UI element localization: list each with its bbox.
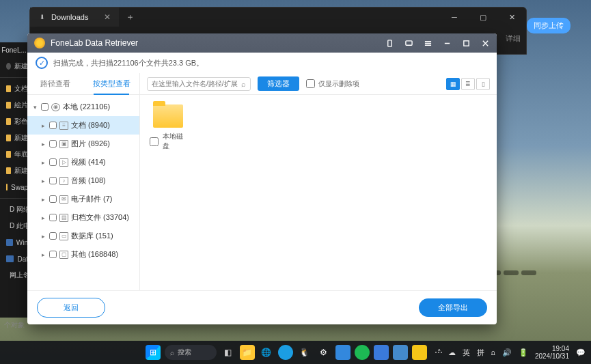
tree-checkbox[interactable] [49, 251, 57, 258]
svg-rect-2 [463, 40, 468, 45]
caret-right-icon[interactable]: ▸ [40, 233, 46, 240]
tree-checkbox[interactable] [49, 158, 57, 166]
edge-icon[interactable] [278, 345, 293, 360]
chrome-icon[interactable]: 🌐 [259, 345, 274, 360]
tree-checkbox[interactable] [49, 140, 57, 148]
archive-icon: ▤ [59, 214, 68, 222]
phone-icon[interactable] [381, 36, 398, 51]
tree-item-archive[interactable]: ▸ ▤ 归档文件 (33704) [27, 208, 139, 227]
tree-checkbox[interactable] [49, 214, 57, 221]
filter-button[interactable]: 筛选器 [258, 76, 299, 91]
explorer-tab[interactable]: ⬇ Downloads ✕ [30, 8, 119, 27]
side-item[interactable]: 年底 [0, 146, 28, 163]
view-list-button[interactable]: ≣ [461, 78, 475, 90]
explorer-icon[interactable]: 📁 [240, 345, 255, 360]
start-button[interactable]: ⊞ [146, 345, 161, 360]
caret-right-icon[interactable]: ▸ [40, 196, 46, 203]
taskbar-search[interactable]: ⌕搜索 [165, 345, 217, 360]
maximize-button[interactable] [457, 36, 475, 51]
caret-right-icon[interactable]: ▸ [40, 178, 46, 184]
side-item[interactable]: 新建 [0, 163, 28, 179]
folder-item[interactable]: 本地磁盘 [150, 104, 187, 151]
minimize-button[interactable]: ─ [440, 8, 469, 27]
close-tab-icon[interactable]: ✕ [104, 12, 111, 22]
system-tray[interactable]: ˄ ☁ 英 拼 ⩍ 🔊 🔋 19:04 2024/10/31 💬 [437, 345, 586, 360]
side-item[interactable]: D 网络 [0, 201, 28, 218]
qq-icon[interactable]: 🐧 [297, 345, 312, 360]
side-item[interactable]: 絵片 [0, 97, 28, 113]
tree-checkbox[interactable] [49, 195, 57, 203]
side-item[interactable]: 网上邻居 [0, 267, 28, 283]
tray-chevron-icon[interactable]: ˄ [437, 348, 441, 357]
app-icon[interactable] [335, 345, 351, 360]
taskbar-clock[interactable]: 19:04 2024/10/31 [535, 345, 569, 360]
tree-item-email[interactable]: ▸ ✉ 电子邮件 (7) [27, 190, 139, 208]
app-titlebar[interactable]: FoneLab Data Retriever [27, 33, 497, 53]
battery-icon[interactable]: 🔋 [519, 348, 528, 357]
audio-icon: ♪ [59, 177, 68, 185]
tree-item-documents[interactable]: ▸ ≡ 文档 (8940) [27, 116, 139, 135]
caret-right-icon[interactable]: ▸ [40, 122, 46, 129]
export-all-button[interactable]: 全部导出 [419, 298, 487, 317]
notifications-icon[interactable]: 💬 [576, 348, 586, 357]
tab-type-view[interactable]: 按类型查看 [83, 73, 139, 94]
back-button[interactable]: 返回 [37, 298, 105, 318]
task-view-icon[interactable]: ◧ [221, 345, 236, 360]
close-button[interactable] [476, 36, 494, 51]
app-icon-2[interactable] [374, 345, 389, 360]
side-item[interactable]: D 此电脑 [0, 218, 28, 234]
tree-item-images[interactable]: ▸ ▣ 图片 (8926) [27, 135, 139, 153]
caret-down-icon[interactable]: ▾ [31, 104, 38, 111]
tree-item-database[interactable]: ▸ ▭ 数据库 (151) [27, 227, 139, 245]
language-indicator[interactable]: 英 [463, 348, 470, 358]
tree-item-other[interactable]: ▸ ▢ 其他 (168848) [27, 245, 139, 264]
search-input[interactable]: ⌕ [147, 77, 251, 91]
only-deleted-checkbox[interactable] [306, 79, 315, 88]
volume-icon[interactable]: 🔊 [502, 348, 512, 357]
view-details-button[interactable]: ▯ [476, 78, 490, 90]
tree-checkbox[interactable] [49, 177, 57, 184]
spotify-icon[interactable] [355, 345, 370, 360]
side-item[interactable]: 彩色 [0, 113, 28, 130]
feedback-icon[interactable] [400, 36, 417, 51]
tree-item-audio[interactable]: ▸ ♪ 音频 (108) [27, 171, 139, 190]
view-grid-button[interactable]: ▦ [446, 78, 460, 90]
details-icon[interactable]: 详细 [506, 33, 521, 44]
side-item[interactable]: 新建 [0, 130, 28, 146]
check-icon: ✓ [36, 57, 48, 69]
minimize-button[interactable] [438, 36, 456, 51]
side-item[interactable]: Win [0, 234, 28, 251]
content-area: 本地磁盘 [140, 95, 497, 290]
search-icon: ⌕ [170, 349, 174, 356]
settings-icon[interactable]: ⚙ [316, 345, 331, 360]
caret-right-icon[interactable]: ▸ [40, 159, 46, 166]
tree-checkbox[interactable] [49, 232, 57, 240]
side-item[interactable]: Dat [0, 251, 28, 267]
tab-path-view[interactable]: 路径查看 [27, 73, 83, 94]
upload-status-badge[interactable]: 同步上传 [527, 18, 571, 33]
tree-checkbox[interactable] [49, 122, 57, 129]
new-tab-button[interactable]: ＋ [119, 11, 141, 23]
wifi-icon[interactable]: ⩍ [491, 348, 495, 356]
close-window-button[interactable]: ✕ [497, 8, 526, 27]
only-deleted-toggle[interactable]: 仅显示删除项 [306, 79, 359, 89]
svg-rect-1 [405, 40, 411, 44]
search-field[interactable] [152, 80, 238, 87]
caret-right-icon[interactable]: ▸ [40, 214, 46, 221]
tree-item-videos[interactable]: ▸ ▷ 视频 (414) [27, 153, 139, 171]
caret-right-icon[interactable]: ▸ [40, 251, 46, 258]
explorer-side-panel: 新建 文档 絵片 彩色 新建 年底 新建 Swap D 网络 D 此电脑 Win… [0, 58, 28, 318]
search-icon[interactable]: ⌕ [241, 80, 246, 88]
item-checkbox[interactable] [150, 137, 159, 146]
app-icon-3[interactable] [393, 345, 408, 360]
tree-checkbox[interactable] [41, 103, 49, 111]
side-item[interactable]: Swap [0, 179, 28, 195]
ime-indicator[interactable]: 拼 [477, 348, 484, 358]
side-item[interactable]: 文档 [0, 81, 28, 97]
maximize-button[interactable]: ▢ [469, 8, 497, 27]
caret-right-icon[interactable]: ▸ [40, 141, 46, 148]
side-new[interactable]: 新建 [0, 58, 28, 74]
tree-root[interactable]: ▾ ◉ 本地 (221106) [27, 98, 139, 116]
menu-icon[interactable] [419, 36, 437, 51]
onedrive-icon[interactable]: ☁ [448, 348, 456, 357]
